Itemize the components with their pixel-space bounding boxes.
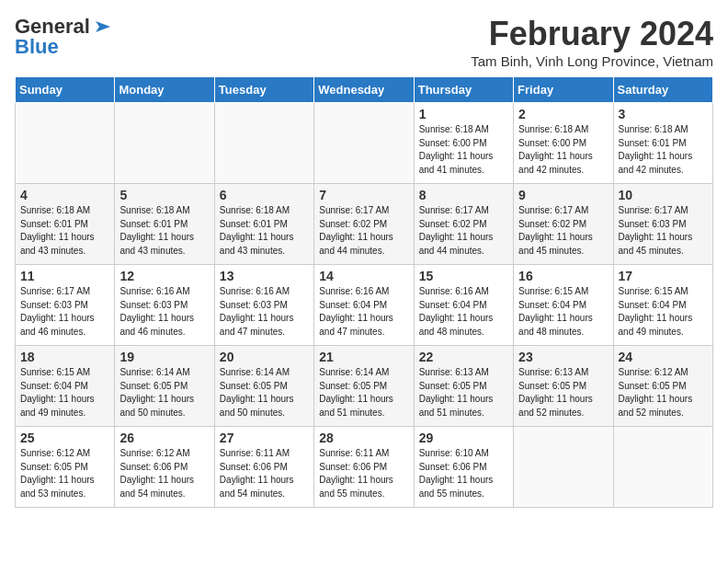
calendar-cell: 25Sunrise: 6:12 AM Sunset: 6:05 PM Dayli… (16, 427, 115, 508)
calendar-cell: 26Sunrise: 6:12 AM Sunset: 6:06 PM Dayli… (115, 427, 214, 508)
week-row-3: 11Sunrise: 6:17 AM Sunset: 6:03 PM Dayli… (16, 265, 713, 346)
calendar-cell: 1Sunrise: 6:18 AM Sunset: 6:00 PM Daylig… (414, 103, 513, 184)
day-info: Sunrise: 6:12 AM Sunset: 6:06 PM Dayligh… (119, 447, 209, 500)
logo: General Blue (15, 15, 114, 59)
calendar-cell: 29Sunrise: 6:10 AM Sunset: 6:06 PM Dayli… (414, 427, 513, 508)
day-info: Sunrise: 6:18 AM Sunset: 6:00 PM Dayligh… (518, 123, 608, 177)
day-info: Sunrise: 6:11 AM Sunset: 6:06 PM Dayligh… (220, 447, 309, 500)
day-number: 4 (20, 188, 109, 202)
day-number: 20 (220, 350, 309, 364)
day-info: Sunrise: 6:18 AM Sunset: 6:01 PM Dayligh… (220, 204, 309, 258)
calendar-cell: 28Sunrise: 6:11 AM Sunset: 6:06 PM Dayli… (314, 427, 414, 508)
calendar-cell (16, 103, 115, 184)
calendar-table: SundayMondayTuesdayWednesdayThursdayFrid… (15, 76, 713, 508)
calendar-cell: 6Sunrise: 6:18 AM Sunset: 6:01 PM Daylig… (214, 184, 313, 265)
day-info: Sunrise: 6:14 AM Sunset: 6:05 PM Dayligh… (319, 366, 408, 419)
calendar-cell: 20Sunrise: 6:14 AM Sunset: 6:05 PM Dayli… (214, 346, 313, 427)
day-number: 13 (220, 269, 309, 283)
day-number: 10 (619, 188, 708, 202)
calendar-cell: 3Sunrise: 6:18 AM Sunset: 6:01 PM Daylig… (613, 103, 712, 184)
day-number: 18 (20, 350, 109, 364)
day-info: Sunrise: 6:17 AM Sunset: 6:03 PM Dayligh… (20, 285, 109, 339)
calendar-cell (115, 103, 214, 184)
day-info: Sunrise: 6:16 AM Sunset: 6:04 PM Dayligh… (419, 285, 508, 339)
day-number: 25 (20, 431, 109, 445)
day-info: Sunrise: 6:17 AM Sunset: 6:02 PM Dayligh… (319, 204, 408, 258)
calendar-cell: 23Sunrise: 6:13 AM Sunset: 6:05 PM Dayli… (514, 346, 613, 427)
calendar-cell (314, 103, 414, 184)
day-info: Sunrise: 6:13 AM Sunset: 6:05 PM Dayligh… (518, 366, 608, 419)
day-info: Sunrise: 6:13 AM Sunset: 6:05 PM Dayligh… (419, 366, 508, 419)
day-number: 22 (419, 350, 508, 364)
col-header-wednesday: Wednesday (314, 77, 414, 103)
day-number: 17 (619, 269, 708, 283)
day-info: Sunrise: 6:11 AM Sunset: 6:06 PM Dayligh… (319, 447, 408, 500)
day-info: Sunrise: 6:18 AM Sunset: 6:00 PM Dayligh… (419, 123, 508, 177)
day-number: 28 (319, 431, 408, 445)
day-info: Sunrise: 6:14 AM Sunset: 6:05 PM Dayligh… (119, 366, 209, 419)
day-number: 6 (220, 188, 309, 202)
calendar-cell: 16Sunrise: 6:15 AM Sunset: 6:04 PM Dayli… (514, 265, 613, 346)
calendar-cell: 12Sunrise: 6:16 AM Sunset: 6:03 PM Dayli… (115, 265, 214, 346)
day-number: 2 (518, 107, 608, 121)
calendar-cell: 19Sunrise: 6:14 AM Sunset: 6:05 PM Dayli… (115, 346, 214, 427)
calendar-title: February 2024 (471, 15, 713, 53)
calendar-cell: 18Sunrise: 6:15 AM Sunset: 6:04 PM Dayli… (16, 346, 115, 427)
calendar-cell: 15Sunrise: 6:16 AM Sunset: 6:04 PM Dayli… (414, 265, 513, 346)
day-number: 14 (319, 269, 408, 283)
calendar-cell: 8Sunrise: 6:17 AM Sunset: 6:02 PM Daylig… (414, 184, 513, 265)
day-info: Sunrise: 6:17 AM Sunset: 6:03 PM Dayligh… (619, 204, 708, 258)
logo-blue: Blue (15, 35, 59, 59)
day-number: 29 (419, 431, 508, 445)
calendar-cell: 14Sunrise: 6:16 AM Sunset: 6:04 PM Dayli… (314, 265, 414, 346)
calendar-cell: 27Sunrise: 6:11 AM Sunset: 6:06 PM Dayli… (214, 427, 313, 508)
day-info: Sunrise: 6:10 AM Sunset: 6:06 PM Dayligh… (419, 447, 508, 500)
day-number: 26 (119, 431, 209, 445)
day-number: 19 (119, 350, 209, 364)
day-info: Sunrise: 6:18 AM Sunset: 6:01 PM Dayligh… (119, 204, 209, 258)
day-number: 3 (619, 107, 708, 121)
calendar-cell: 7Sunrise: 6:17 AM Sunset: 6:02 PM Daylig… (314, 184, 414, 265)
day-number: 27 (220, 431, 309, 445)
day-info: Sunrise: 6:15 AM Sunset: 6:04 PM Dayligh… (518, 285, 608, 339)
day-info: Sunrise: 6:17 AM Sunset: 6:02 PM Dayligh… (518, 204, 608, 258)
col-header-friday: Friday (514, 77, 613, 103)
day-number: 12 (119, 269, 209, 283)
day-number: 16 (518, 269, 608, 283)
day-number: 7 (319, 188, 408, 202)
day-number: 23 (518, 350, 608, 364)
calendar-cell: 10Sunrise: 6:17 AM Sunset: 6:03 PM Dayli… (613, 184, 712, 265)
calendar-cell (214, 103, 313, 184)
calendar-cell: 2Sunrise: 6:18 AM Sunset: 6:00 PM Daylig… (514, 103, 613, 184)
col-header-thursday: Thursday (414, 77, 513, 103)
week-row-1: 1Sunrise: 6:18 AM Sunset: 6:00 PM Daylig… (16, 103, 713, 184)
day-info: Sunrise: 6:17 AM Sunset: 6:02 PM Dayligh… (419, 204, 508, 258)
calendar-cell: 5Sunrise: 6:18 AM Sunset: 6:01 PM Daylig… (115, 184, 214, 265)
day-info: Sunrise: 6:15 AM Sunset: 6:04 PM Dayligh… (20, 366, 109, 419)
calendar-cell: 22Sunrise: 6:13 AM Sunset: 6:05 PM Dayli… (414, 346, 513, 427)
day-info: Sunrise: 6:14 AM Sunset: 6:05 PM Dayligh… (220, 366, 309, 419)
calendar-cell (613, 427, 712, 508)
day-number: 21 (319, 350, 408, 364)
header-row: SundayMondayTuesdayWednesdayThursdayFrid… (16, 77, 713, 103)
calendar-cell (514, 427, 613, 508)
title-area: February 2024 Tam Binh, Vinh Long Provin… (471, 15, 713, 69)
day-info: Sunrise: 6:16 AM Sunset: 6:03 PM Dayligh… (220, 285, 309, 339)
day-number: 15 (419, 269, 508, 283)
day-number: 1 (419, 107, 508, 121)
calendar-cell: 21Sunrise: 6:14 AM Sunset: 6:05 PM Dayli… (314, 346, 414, 427)
col-header-monday: Monday (115, 77, 214, 103)
day-info: Sunrise: 6:15 AM Sunset: 6:04 PM Dayligh… (619, 285, 708, 339)
col-header-tuesday: Tuesday (214, 77, 313, 103)
day-info: Sunrise: 6:12 AM Sunset: 6:05 PM Dayligh… (20, 447, 109, 500)
day-info: Sunrise: 6:18 AM Sunset: 6:01 PM Dayligh… (20, 204, 109, 258)
calendar-cell: 9Sunrise: 6:17 AM Sunset: 6:02 PM Daylig… (514, 184, 613, 265)
week-row-5: 25Sunrise: 6:12 AM Sunset: 6:05 PM Dayli… (16, 427, 713, 508)
day-info: Sunrise: 6:12 AM Sunset: 6:05 PM Dayligh… (619, 366, 708, 419)
logo-bird-icon (92, 17, 114, 36)
calendar-subtitle: Tam Binh, Vinh Long Province, Vietnam (471, 53, 713, 69)
svg-marker-0 (96, 21, 110, 32)
calendar-cell: 4Sunrise: 6:18 AM Sunset: 6:01 PM Daylig… (16, 184, 115, 265)
day-info: Sunrise: 6:16 AM Sunset: 6:04 PM Dayligh… (319, 285, 408, 339)
calendar-cell: 24Sunrise: 6:12 AM Sunset: 6:05 PM Dayli… (613, 346, 712, 427)
